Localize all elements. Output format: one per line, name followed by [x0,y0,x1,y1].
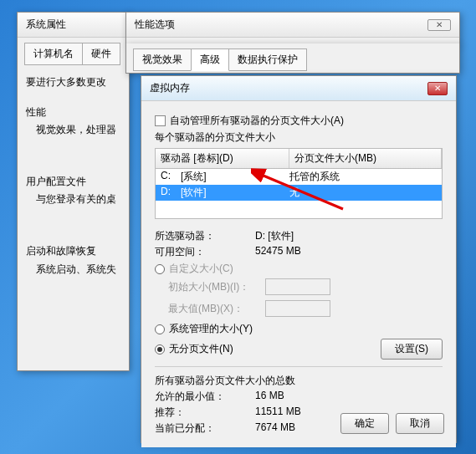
max-size-input [265,300,330,317]
dialog-title-bar[interactable]: 虚拟内存 ✕ [141,76,456,101]
cur-value: 7674 MB [255,421,295,436]
col-drive: 驱动器 [卷标](D) [156,149,289,168]
divider [155,366,443,367]
system-managed-row: 系统管理的大小(Y) [155,322,443,336]
custom-size-label: 自定义大小(C) [169,262,233,276]
initial-size-input [265,278,330,295]
tabs: 计算机名 硬件 [18,38,129,65]
initial-size-row: 初始大小(MB)(I)： [168,278,443,295]
dialog-title: 虚拟内存 [150,81,190,95]
dialog-title-bar: 系统属性 [18,13,129,38]
available-value: 52475 MB [255,245,301,259]
virtual-memory-dialog: 虚拟内存 ✕ 自动管理所有驱动器的分页文件大小(A) 每个驱动器的分页文件大小 … [141,75,457,443]
auto-manage-label: 自动管理所有驱动器的分页文件大小(A) [170,114,344,128]
dialog-title: 系统属性 [26,18,66,32]
drive-label: [软件] [181,186,289,200]
no-paging-label: 无分页文件(N) [169,342,233,356]
col-size: 分页文件大小(MB) [289,149,442,168]
min-row: 允许的最小值： 16 MB [155,390,443,404]
max-size-row: 最大值(MB)(X)： [168,300,443,317]
cancel-button[interactable]: 取消 [396,413,444,434]
close-icon[interactable]: ✕ [427,82,448,95]
tab-visual-effects[interactable]: 视觉效果 [133,48,192,71]
selected-drive-row: 所选驱动器： D: [软件] [155,229,443,243]
startup-sub: 系统启动、系统失 [36,261,120,279]
rec-label: 推荐： [155,406,255,420]
table-row[interactable]: D: [软件] 无 [156,185,442,201]
selected-drive-value: D: [软件] [255,229,294,243]
system-managed-label: 系统管理的大小(Y) [169,322,253,336]
perf-heading: 性能 [26,104,120,122]
user-heading: 用户配置文件 [26,173,120,191]
available-label: 可用空间： [155,245,255,259]
system-properties-dialog: 系统属性 计算机名 硬件 要进行大多数更改 性能 视觉效果，处理器 用户配置文件… [17,12,130,371]
ok-button[interactable]: 确定 [340,413,389,434]
dialog-body: 自动管理所有驱动器的分页文件大小(A) 每个驱动器的分页文件大小 驱动器 [卷标… [141,101,456,447]
drive-value: 无 [289,186,437,200]
each-drive-label: 每个驱动器的分页文件大小 [155,130,443,145]
tab-advanced[interactable]: 高级 [191,48,229,71]
drive-letter: C: [161,170,181,184]
user-sub: 与您登录有关的桌 [36,191,120,209]
auto-manage-row: 自动管理所有驱动器的分页文件大小(A) [155,114,443,128]
initial-size-label: 初始大小(MB)(I)： [168,280,265,294]
max-size-label: 最大值(MB)(X)： [168,302,265,316]
drive-grid-header: 驱动器 [卷标](D) 分页文件大小(MB) [155,148,443,169]
tab-dep[interactable]: 数据执行保护 [228,48,307,71]
performance-options-dialog: 性能选项 ✕ [125,12,460,45]
dialog-title: 性能选项 [135,18,175,32]
no-paging-radio[interactable] [155,344,165,355]
intro-text: 要进行大多数更改 [26,74,120,92]
tab-hardware[interactable]: 硬件 [82,43,120,65]
close-icon[interactable]: ✕ [427,19,451,31]
custom-size-radio[interactable] [155,264,165,274]
no-paging-row: 无分页文件(N) 设置(S) [155,339,443,360]
drive-grid[interactable]: C: [系统] 托管的系统 D: [软件] 无 [155,169,443,219]
set-button[interactable]: 设置(S) [381,339,443,360]
tabs: 视觉效果 高级 数据执行保护 [126,43,459,71]
min-value: 16 MB [255,390,284,404]
tab-computer-name[interactable]: 计算机名 [24,43,83,65]
cur-label: 当前已分配： [155,421,255,436]
rec-value: 11511 MB [255,406,301,420]
system-managed-radio[interactable] [155,324,165,334]
drive-letter: D: [161,186,181,200]
auto-manage-checkbox[interactable] [155,115,166,126]
available-space-row: 可用空间： 52475 MB [155,245,443,259]
drive-label: [系统] [181,170,289,184]
min-label: 允许的最小值： [155,390,255,404]
dialog-title-bar: 性能选项 ✕ [126,13,459,38]
dialog-body: 要进行大多数更改 性能 视觉效果，处理器 用户配置文件 与您登录有关的桌 启动和… [18,65,129,287]
drive-value: 托管的系统 [289,170,437,184]
dialog-footer: 确定 取消 [340,413,444,434]
selected-drive-label: 所选驱动器： [155,229,255,243]
custom-size-row: 自定义大小(C) [155,262,443,276]
table-row[interactable]: C: [系统] 托管的系统 [156,169,442,185]
total-heading: 所有驱动器分页文件大小的总数 [155,374,443,388]
perf-sub: 视觉效果，处理器 [36,121,120,140]
performance-tabs-area: 视觉效果 高级 数据执行保护 [125,43,460,74]
startup-heading: 启动和故障恢复 [26,242,120,261]
